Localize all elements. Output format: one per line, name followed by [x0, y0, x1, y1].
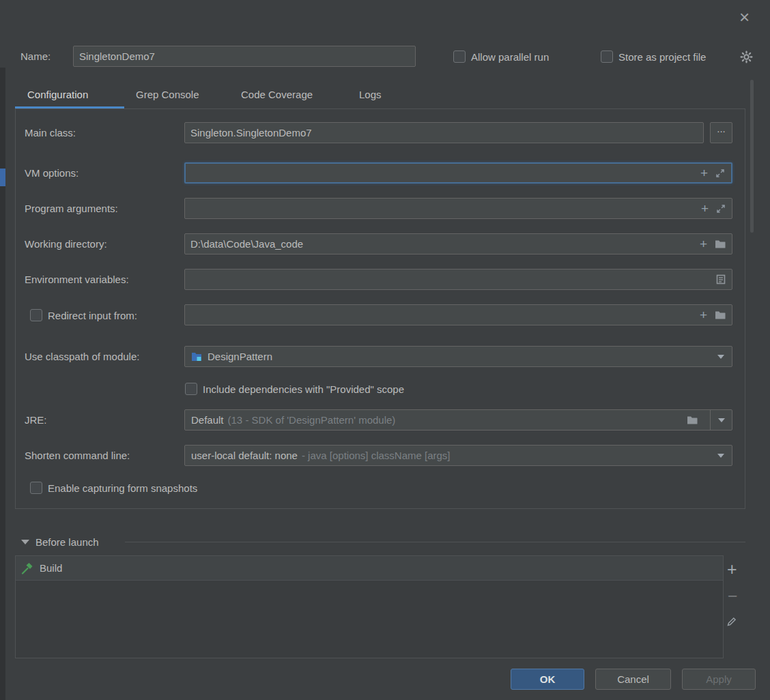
gear-icon[interactable]	[740, 50, 753, 63]
shorten-command-line-hint: - java [options] className [args]	[302, 450, 451, 461]
tab-grep-console[interactable]: Grep Console	[136, 89, 199, 100]
add-icon[interactable]: +	[701, 202, 709, 215]
folder-icon[interactable]	[715, 310, 726, 319]
name-label: Name:	[20, 50, 51, 62]
main-class-label: Main class:	[25, 127, 76, 138]
before-launch-item-build[interactable]: Build	[16, 556, 723, 581]
allow-parallel-run-checkbox[interactable]	[453, 50, 466, 63]
vertical-scrollbar-thumb[interactable]	[750, 80, 754, 233]
expand-icon[interactable]	[715, 169, 725, 178]
classpath-module-label: Use classpath of module:	[25, 351, 139, 362]
cancel-button[interactable]: Cancel	[595, 669, 671, 690]
add-task-icon[interactable]: +	[727, 561, 737, 578]
before-launch-collapse-caret-icon[interactable]	[21, 540, 29, 544]
expand-icon[interactable]	[716, 204, 726, 214]
edit-pencil-icon[interactable]	[726, 616, 737, 627]
jre-value: Default(13 - SDK of 'DesignPattern' modu…	[191, 414, 681, 426]
vm-options-field: +	[184, 162, 732, 184]
vm-options-label: VM options:	[25, 167, 79, 179]
classpath-module-select[interactable]: DesignPattern	[184, 346, 732, 367]
close-icon[interactable]: ×	[739, 8, 750, 26]
redirect-input-field: +	[184, 304, 732, 325]
chevron-down-icon	[717, 454, 724, 458]
provided-scope-checkbox[interactable]	[185, 383, 197, 395]
program-arguments-input[interactable]	[185, 203, 701, 214]
tab-code-coverage[interactable]: Code Coverage	[241, 89, 313, 100]
program-arguments-field: +	[184, 198, 732, 219]
store-as-project-file-label: Store as project file	[618, 51, 706, 63]
remove-task-icon[interactable]: −	[728, 587, 738, 604]
form-snapshots-checkbox[interactable]	[30, 482, 42, 494]
left-panel-selection-indicator	[0, 169, 5, 186]
left-panel-edge	[0, 68, 5, 700]
main-class-input[interactable]	[185, 127, 703, 138]
name-field	[73, 46, 416, 67]
add-icon[interactable]: +	[700, 237, 707, 250]
working-directory-label: Working directory:	[25, 238, 107, 250]
folder-icon[interactable]	[687, 415, 698, 424]
build-item-label: Build	[40, 562, 62, 574]
working-directory-field: +	[184, 233, 732, 254]
shorten-command-line-value: user-local default: none- java [options]…	[191, 450, 712, 461]
jre-hint: (13 - SDK of 'DesignPattern' module)	[228, 414, 396, 426]
classpath-module-value: DesignPattern	[208, 351, 712, 362]
shorten-command-line-select[interactable]: user-local default: none- java [options]…	[184, 445, 732, 466]
store-as-project-file-checkbox[interactable]	[601, 50, 613, 63]
redirect-input-label: Redirect input from:	[48, 310, 137, 321]
main-class-field	[184, 122, 704, 143]
folder-icon[interactable]	[715, 239, 726, 248]
jre-label: JRE:	[25, 414, 47, 426]
redirect-input-checkbox[interactable]	[30, 309, 42, 321]
redirect-input-input[interactable]	[185, 309, 700, 321]
program-arguments-label: Program arguments:	[25, 203, 118, 214]
vm-options-input[interactable]	[186, 167, 700, 179]
tab-configuration[interactable]: Configuration	[27, 89, 88, 100]
environment-variables-field	[184, 269, 732, 290]
ok-button[interactable]: OK	[511, 669, 584, 690]
tab-logs[interactable]: Logs	[359, 89, 382, 100]
module-icon	[191, 352, 202, 362]
variables-list-icon[interactable]	[716, 274, 726, 285]
jre-select[interactable]: Default(13 - SDK of 'DesignPattern' modu…	[184, 409, 732, 431]
before-launch-divider	[125, 542, 745, 542]
environment-variables-label: Environment variables:	[25, 274, 129, 285]
name-input[interactable]	[74, 50, 415, 62]
build-hammer-icon	[21, 562, 33, 574]
jre-dropdown-button[interactable]	[710, 410, 732, 430]
environment-variables-input[interactable]	[185, 274, 716, 285]
add-icon[interactable]: +	[700, 308, 707, 321]
chevron-down-icon	[717, 355, 724, 359]
provided-scope-label: Include dependencies with "Provided" sco…	[203, 383, 404, 395]
shorten-command-line-label: Shorten command line:	[25, 450, 130, 461]
allow-parallel-run-label: Allow parallel run	[471, 51, 549, 63]
chevron-down-icon	[718, 418, 725, 422]
apply-button[interactable]: Apply	[682, 669, 756, 690]
run-debug-configuration-dialog: × Name: Allow parallel run Store as proj…	[0, 0, 770, 700]
working-directory-input[interactable]	[185, 238, 700, 250]
main-class-browse-button[interactable]: ...	[710, 122, 732, 143]
form-snapshots-label: Enable capturing form snapshots	[48, 482, 197, 494]
add-icon[interactable]: +	[700, 166, 708, 179]
before-launch-title: Before launch	[35, 536, 99, 548]
